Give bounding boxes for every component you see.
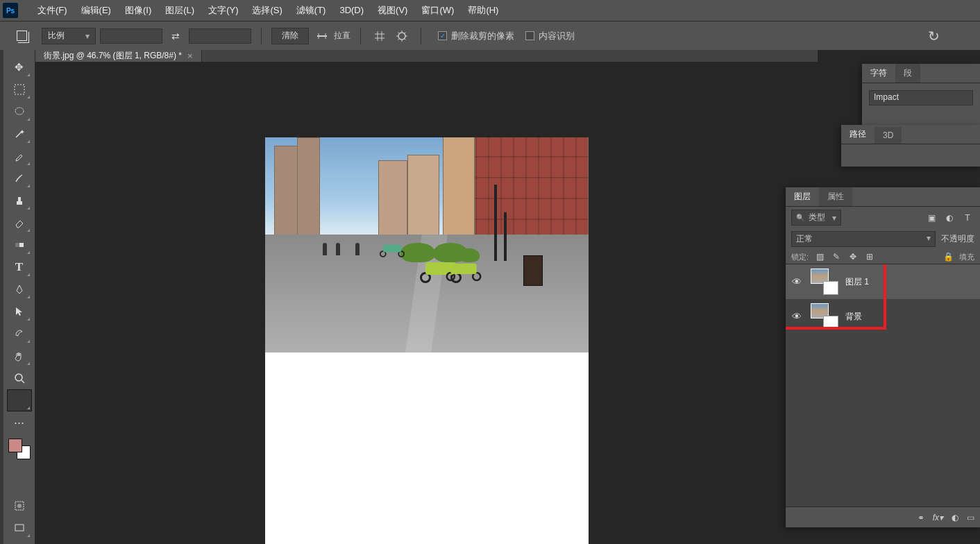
opacity-label: 不透明度 [941,233,974,245]
character-panel[interactable]: 字符 段 Impact [862,64,980,126]
layer-filter-kind-select[interactable]: 类型 [791,210,841,226]
menu-edit[interactable]: 编辑(E) [74,0,118,21]
divider [421,28,421,44]
clear-button[interactable]: 清除 [271,28,309,44]
edit-toolbar[interactable]: ⋯ [8,412,31,433]
lock-all-icon[interactable]: 🔒 [943,251,954,262]
filter-image-icon[interactable]: ▣ [924,211,938,225]
tab-3d[interactable]: 3D [875,127,902,144]
menu-bar: Ps 文件(F) 编辑(E) 图像(I) 图层(L) 文字(Y) 选择(S) 滤… [0,0,980,21]
menu-image[interactable]: 图像(I) [118,0,158,21]
content-aware-checkbox[interactable]: 内容识别 [525,30,575,42]
eyedropper-tool[interactable] [8,146,31,167]
screen-mode-tool[interactable] [8,518,31,538]
zoom-tool[interactable] [8,368,31,389]
crop-tool-indicator[interactable] [12,27,31,45]
svg-point-14 [17,504,22,508]
straighten-label[interactable]: 拉直 [334,30,350,42]
marquee-tool[interactable] [8,79,31,100]
shape-tool[interactable] [8,323,31,344]
image-content [265,137,589,352]
canvas-area[interactable] [35,62,818,544]
eraser-tool[interactable] [8,212,31,233]
svg-point-11 [15,374,22,381]
layer-thumbnail[interactable] [811,269,838,295]
layer-mask-icon[interactable]: ◐ [952,513,958,522]
layer-row[interactable]: 👁 背景 [786,299,980,334]
pen-tool[interactable] [8,279,31,300]
layer-name[interactable]: 背景 [845,311,862,323]
crop-tool[interactable] [8,390,31,411]
document-canvas[interactable] [265,137,589,544]
document-tab-bar: 街景.jpg @ 46.7% (图层 1, RGB/8#) * × [35,50,818,62]
filter-type-icon[interactable]: T [961,211,974,225]
tab-paragraph[interactable]: 段 [895,64,920,83]
menu-3d[interactable]: 3D(D) [332,0,371,21]
gradient-tool[interactable] [8,235,31,255]
tab-character[interactable]: 字符 [862,64,895,83]
content-aware-label: 内容识别 [539,30,575,42]
menu-help[interactable]: 帮助(H) [461,0,505,21]
link-layers-icon[interactable]: ⚭ [918,513,924,522]
divider [360,28,361,44]
ratio-width-input[interactable] [100,28,162,44]
lock-position-icon[interactable]: ✥ [847,251,859,262]
lock-transparent-icon[interactable]: ▨ [814,251,825,262]
document-title: 街景.jpg @ 46.7% (图层 1, RGB/8#) * [44,50,182,62]
workspace: 街景.jpg @ 46.7% (图层 1, RGB/8#) * × [35,50,818,544]
layers-panel[interactable]: 图层 属性 类型 ▣ ◐ T 正常 不透明度 锁定: ▨ ✎ ✥ ⊞ � [786,187,980,527]
layer-name[interactable]: 图层 1 [845,276,869,288]
type-tool[interactable]: T [8,257,31,278]
checkbox-icon [438,31,447,40]
ratio-label: 比例 [48,30,65,42]
crop-settings-icon[interactable] [393,27,411,45]
document-tab[interactable]: 街景.jpg @ 46.7% (图层 1, RGB/8#) * × [35,50,202,62]
svg-line-12 [22,380,24,383]
swap-ratio-icon[interactable]: ⇄ [167,27,185,45]
tool-palette: ✥ T ⋯ [3,50,35,544]
color-swatches[interactable] [8,439,31,459]
close-icon[interactable]: × [187,51,193,61]
menu-view[interactable]: 视图(V) [371,0,414,21]
layer-fx-icon[interactable]: fx▾ [933,513,943,522]
layer-list: 👁 图层 1 👁 背景 [786,264,980,507]
reset-icon[interactable]: ↻ [928,28,940,44]
layers-footer: ⚭ fx▾ ◐ ▭ [786,507,980,527]
lock-pixels-icon[interactable]: ✎ [831,251,842,262]
magic-wand-tool[interactable] [8,124,31,144]
path-select-tool[interactable] [8,301,31,322]
divider [261,28,262,44]
menu-type[interactable]: 文字(Y) [201,0,245,21]
visibility-icon[interactable]: 👁 [790,276,804,287]
ratio-preset-select[interactable]: 比例 [42,28,96,44]
menu-file[interactable]: 文件(F) [31,0,74,21]
grid-overlay-icon[interactable] [371,27,389,45]
tab-properties[interactable]: 属性 [819,187,852,206]
blend-mode-select[interactable]: 正常 [791,231,936,247]
hand-tool[interactable] [8,346,31,366]
layer-thumbnail[interactable] [811,303,838,330]
ratio-height-input[interactable] [189,28,251,44]
menu-window[interactable]: 窗口(W) [414,0,461,21]
svg-rect-4 [15,85,24,94]
tab-paths[interactable]: 路径 [841,125,875,144]
lasso-tool[interactable] [8,101,31,122]
menu-layer[interactable]: 图层(L) [158,0,201,21]
move-tool[interactable]: ✥ [8,57,31,78]
brush-tool[interactable] [8,168,31,189]
lock-artboard-icon[interactable]: ⊞ [864,251,875,262]
new-group-icon[interactable]: ▭ [967,513,974,522]
tab-layers[interactable]: 图层 [786,187,819,206]
filter-adjust-icon[interactable]: ◐ [943,211,956,225]
font-family-select[interactable]: Impact [869,90,973,105]
straighten-icon[interactable] [313,27,331,45]
paths-panel[interactable]: 路径 3D [841,125,980,167]
quick-mask-tool[interactable] [8,495,31,516]
layer-row[interactable]: 👁 图层 1 [786,264,980,299]
clone-stamp-tool[interactable] [8,190,31,211]
menu-filter[interactable]: 滤镜(T) [289,0,333,21]
visibility-icon[interactable]: 👁 [790,311,804,322]
delete-cropped-pixels-checkbox[interactable]: 删除裁剪的像素 [438,30,514,42]
delete-pixels-label: 删除裁剪的像素 [451,30,514,42]
menu-select[interactable]: 选择(S) [245,0,289,21]
